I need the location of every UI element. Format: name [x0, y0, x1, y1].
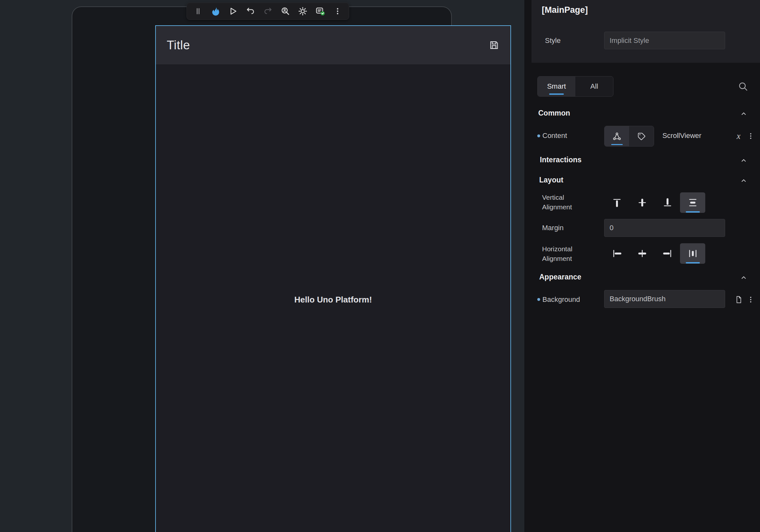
play-icon[interactable] [227, 6, 238, 17]
content-more-options-icon[interactable] [745, 130, 756, 141]
app-content-area: Hello Uno Platform! [156, 64, 510, 532]
margin-label: Margin [542, 224, 563, 232]
chevron-up-icon[interactable] [740, 274, 747, 282]
background-input[interactable] [604, 290, 725, 308]
horizontal-alignment-label: Horizontal Alignment [542, 244, 587, 264]
panel-header: [MainPage] Style [532, 0, 760, 63]
device-frame: Title Hello Uno Platform! [72, 6, 452, 532]
drag-handle-icon[interactable] [193, 6, 204, 17]
tab-smart-label: Smart [547, 82, 566, 91]
section-layout: Layout [539, 176, 563, 184]
tab-smart[interactable]: Smart [538, 76, 575, 96]
theme-toggle-sun-icon[interactable] [297, 6, 308, 17]
content-label: Content [543, 131, 567, 140]
search-icon[interactable] [738, 81, 749, 92]
redo-icon[interactable] [262, 6, 273, 17]
valign-stretch-icon[interactable] [680, 192, 705, 213]
content-tag-icon[interactable] [629, 126, 654, 146]
margin-input[interactable] [604, 219, 725, 237]
app-preview-canvas[interactable]: Title Hello Uno Platform! [155, 25, 511, 532]
content-editor-switch [604, 126, 654, 147]
background-more-options-icon[interactable] [745, 294, 756, 305]
resource-icon[interactable] [734, 294, 744, 305]
hot-reload-flame-icon[interactable] [210, 6, 221, 17]
section-interactions: Interactions [540, 156, 582, 164]
tab-all-label: All [591, 82, 598, 91]
horizontal-alignment-group [604, 243, 705, 264]
status-check-icon[interactable] [315, 6, 326, 17]
halign-right-icon[interactable] [655, 243, 680, 264]
app-page-title: Title [167, 38, 190, 52]
expression-icon[interactable]: x [734, 130, 744, 141]
floating-toolbar [187, 3, 349, 20]
valign-bottom-icon[interactable] [655, 192, 680, 213]
properties-panel: [MainPage] Style Smart All Common Conten… [524, 0, 760, 532]
halign-stretch-icon[interactable] [680, 243, 705, 264]
halign-center-icon[interactable] [630, 243, 655, 264]
chevron-up-icon[interactable] [740, 157, 747, 165]
content-instance-icon[interactable] [604, 126, 629, 146]
section-appearance: Appearance [539, 273, 582, 281]
style-input[interactable] [604, 32, 725, 49]
property-tabs: Smart All [537, 76, 613, 97]
content-value: ScrollViewer [662, 131, 701, 140]
element-inspector-icon[interactable] [280, 6, 291, 17]
background-modified-dot [537, 298, 540, 301]
section-common: Common [538, 109, 570, 118]
hello-text: Hello Uno Platform! [294, 295, 372, 305]
vertical-alignment-group [604, 192, 705, 213]
more-options-icon[interactable] [332, 6, 343, 17]
save-icon[interactable] [489, 40, 499, 51]
valign-center-icon[interactable] [630, 192, 655, 213]
undo-icon[interactable] [245, 6, 256, 17]
content-modified-dot [537, 134, 540, 137]
chevron-up-icon[interactable] [740, 110, 747, 118]
selected-element-title: [MainPage] [542, 5, 588, 15]
style-label: Style [545, 36, 561, 45]
background-label: Background [543, 295, 580, 304]
halign-left-icon[interactable] [604, 243, 630, 264]
tab-all[interactable]: All [575, 76, 613, 96]
hot-design-screen: Title Hello Uno Platform! [0, 0, 760, 532]
vertical-alignment-label: Vertical Alignment [542, 193, 587, 212]
valign-top-icon[interactable] [604, 192, 630, 213]
app-header-bar: Title [156, 26, 510, 64]
chevron-up-icon[interactable] [740, 177, 747, 185]
